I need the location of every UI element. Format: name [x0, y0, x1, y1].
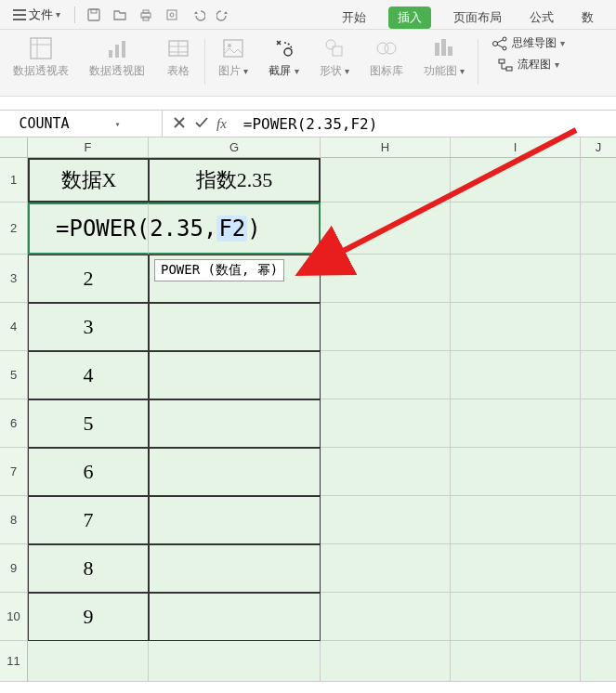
cell-J9[interactable] [581, 544, 616, 593]
cell-H6[interactable] [321, 399, 451, 448]
cell-H4[interactable] [321, 303, 451, 351]
open-icon[interactable] [110, 5, 130, 25]
annotation-arrow [316, 121, 595, 281]
feature-chart-button[interactable]: 功能图 ▾ [414, 35, 474, 88]
cell-F10[interactable]: 9 [28, 593, 149, 641]
cell-I5[interactable] [451, 351, 581, 399]
cell-G7[interactable] [149, 448, 321, 496]
row-header-3[interactable]: 3 [0, 255, 28, 303]
svg-rect-10 [122, 41, 125, 58]
row-header-11[interactable]: 11 [0, 641, 28, 682]
row-header-5[interactable]: 5 [0, 351, 28, 399]
cell-J11[interactable] [581, 641, 616, 682]
cell-H9[interactable] [321, 544, 451, 593]
cell-F11[interactable] [28, 641, 149, 682]
cell-J10[interactable] [581, 593, 616, 641]
cell-I8[interactable] [451, 496, 581, 544]
cell-H5[interactable] [321, 351, 451, 399]
pivot-chart-button[interactable]: 数据透视图 [80, 35, 154, 88]
cell-J5[interactable] [581, 351, 616, 399]
cell-H11[interactable] [321, 641, 451, 682]
row-header-4[interactable]: 4 [0, 303, 28, 351]
cell-G4[interactable] [149, 303, 321, 351]
cell-F7[interactable]: 6 [28, 448, 149, 496]
cell-I4[interactable] [451, 303, 581, 351]
cell-G6[interactable] [149, 399, 321, 448]
cell-I11[interactable] [451, 641, 581, 682]
icon-lib-button[interactable]: 图标库 [360, 35, 413, 88]
shapes-button[interactable]: 形状 ▾ [310, 35, 359, 88]
cell-G5[interactable] [149, 351, 321, 399]
cell-F9[interactable]: 8 [28, 544, 149, 593]
picture-button[interactable]: 图片 ▾ [209, 35, 257, 88]
select-all-corner[interactable] [0, 137, 28, 158]
name-box[interactable]: COUNTA ▾ [0, 111, 163, 137]
cell-I10[interactable] [451, 593, 581, 641]
cell-F1[interactable]: 数据X [28, 158, 149, 203]
cell-G8[interactable] [149, 496, 321, 544]
ribbon-tabs: 开始 插入 页面布局 公式 数 [336, 3, 610, 34]
cell-G3[interactable]: POWER (数值, 幂) [149, 255, 321, 303]
cell-H7[interactable] [321, 448, 451, 496]
row-header-9[interactable]: 9 [0, 544, 28, 593]
tab-formula[interactable]: 公式 [524, 7, 559, 29]
tab-start[interactable]: 开始 [336, 7, 372, 29]
undo-icon[interactable] [188, 5, 208, 25]
svg-rect-9 [115, 45, 119, 58]
row-header-2[interactable]: 2 [0, 203, 28, 255]
cell-F3[interactable]: 2 [28, 255, 149, 303]
cell-J4[interactable] [581, 303, 616, 351]
save-icon[interactable] [84, 5, 104, 25]
col-header-G[interactable]: G [149, 137, 321, 158]
file-menu[interactable]: 文件 ▾ [7, 4, 66, 26]
cell-J7[interactable] [581, 448, 616, 496]
row-header-10[interactable]: 10 [0, 593, 28, 641]
row-header-7[interactable]: 7 [0, 448, 28, 496]
fx-icon[interactable]: fx [216, 116, 227, 132]
mindmap-flowchart-group: 思维导图 ▾ 流程图 ▾ [482, 35, 574, 88]
row-header-8[interactable]: 8 [0, 496, 28, 544]
tab-data[interactable]: 数 [576, 7, 599, 29]
tab-layout[interactable]: 页面布局 [448, 7, 507, 29]
svg-point-18 [385, 43, 396, 54]
cell-J8[interactable] [581, 496, 616, 544]
cell-H8[interactable] [321, 496, 451, 544]
cell-H10[interactable] [321, 593, 451, 641]
pivot-table-button[interactable]: 数据透视表 [4, 35, 78, 88]
flowchart-button[interactable]: 流程图 ▾ [497, 57, 559, 72]
col-header-F[interactable]: F [28, 137, 149, 158]
screenshot-button[interactable]: 截屏 ▾ [259, 35, 308, 88]
svg-rect-8 [109, 50, 112, 58]
cancel-icon[interactable] [172, 115, 187, 133]
cell-I9[interactable] [451, 544, 581, 593]
cell-I6[interactable] [451, 399, 581, 448]
cell-F8[interactable]: 7 [28, 496, 149, 544]
cell-G10[interactable] [149, 593, 321, 641]
row-header-6[interactable]: 6 [0, 399, 28, 448]
cell-F4[interactable]: 3 [28, 303, 149, 351]
svg-point-13 [228, 44, 231, 47]
cell-G1[interactable]: 指数2.35 [149, 158, 321, 203]
tab-insert[interactable]: 插入 [388, 7, 431, 29]
cell-I7[interactable] [451, 448, 581, 496]
mindmap-button[interactable]: 思维导图 ▾ [491, 35, 565, 51]
cell-J6[interactable] [581, 399, 616, 448]
svg-rect-12 [224, 40, 242, 57]
cell-G2-editing[interactable]: =POWER(2.35,F2) [149, 203, 321, 255]
redo-icon[interactable] [214, 5, 234, 25]
cell-F6[interactable]: 5 [28, 399, 149, 448]
svg-point-24 [503, 46, 506, 50]
svg-rect-25 [499, 59, 505, 63]
print-icon[interactable] [136, 5, 156, 25]
svg-rect-21 [448, 46, 452, 56]
cell-G11[interactable] [149, 641, 321, 682]
svg-rect-5 [167, 10, 177, 20]
cell-G9[interactable] [149, 544, 321, 593]
print-preview-icon[interactable] [162, 5, 182, 25]
svg-rect-26 [506, 67, 512, 71]
cell-F5[interactable]: 4 [28, 351, 149, 399]
row-header-1[interactable]: 1 [0, 158, 28, 203]
table-button[interactable]: 表格 [156, 35, 201, 88]
svg-line-27 [334, 130, 576, 255]
confirm-icon[interactable] [194, 115, 209, 133]
